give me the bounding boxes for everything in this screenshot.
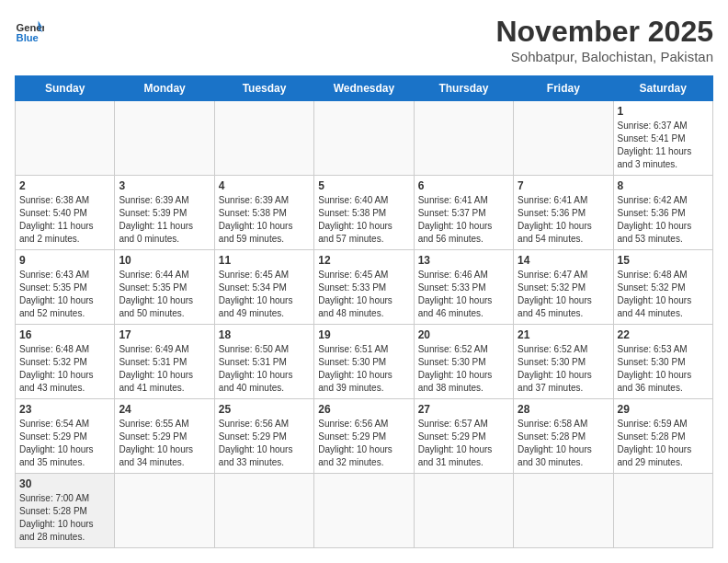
day-info: Sunrise: 7:00 AM Sunset: 5:28 PM Dayligh… xyxy=(19,492,110,544)
day-info: Sunrise: 6:44 AM Sunset: 5:35 PM Dayligh… xyxy=(119,269,210,320)
calendar-cell: 12Sunrise: 6:45 AM Sunset: 5:33 PM Dayli… xyxy=(314,250,414,325)
calendar-cell xyxy=(414,101,513,176)
calendar-cell: 5Sunrise: 6:40 AM Sunset: 5:38 PM Daylig… xyxy=(314,176,414,250)
day-info: Sunrise: 6:38 AM Sunset: 5:40 PM Dayligh… xyxy=(19,194,110,246)
day-info: Sunrise: 6:45 AM Sunset: 5:34 PM Dayligh… xyxy=(219,269,310,320)
calendar-cell: 1Sunrise: 6:37 AM Sunset: 5:41 PM Daylig… xyxy=(613,101,712,176)
calendar-cell xyxy=(514,101,613,176)
day-header-wednesday: Wednesday xyxy=(314,76,414,101)
calendar-cell: 2Sunrise: 6:38 AM Sunset: 5:40 PM Daylig… xyxy=(16,176,115,250)
location-subtitle: Sohbatpur, Balochistan, Pakistan xyxy=(495,49,713,64)
day-number: 8 xyxy=(618,179,709,192)
day-info: Sunrise: 6:39 AM Sunset: 5:38 PM Dayligh… xyxy=(219,194,310,246)
calendar-cell: 15Sunrise: 6:48 AM Sunset: 5:32 PM Dayli… xyxy=(613,250,712,325)
calendar-cell: 10Sunrise: 6:44 AM Sunset: 5:35 PM Dayli… xyxy=(115,250,214,325)
svg-text:General: General xyxy=(17,22,44,33)
day-info: Sunrise: 6:46 AM Sunset: 5:33 PM Dayligh… xyxy=(418,269,509,320)
calendar-cell: 6Sunrise: 6:41 AM Sunset: 5:37 PM Daylig… xyxy=(414,176,513,250)
day-number: 7 xyxy=(518,179,609,192)
calendar-cell: 24Sunrise: 6:55 AM Sunset: 5:29 PM Dayli… xyxy=(115,399,214,474)
day-info: Sunrise: 6:52 AM Sunset: 5:30 PM Dayligh… xyxy=(418,343,509,395)
logo: General Blue xyxy=(15,15,44,44)
calendar-cell: 13Sunrise: 6:46 AM Sunset: 5:33 PM Dayli… xyxy=(414,250,513,325)
calendar-cell: 4Sunrise: 6:39 AM Sunset: 5:38 PM Daylig… xyxy=(214,176,313,250)
day-number: 2 xyxy=(19,179,110,192)
day-number: 18 xyxy=(219,328,310,341)
calendar-cell: 20Sunrise: 6:52 AM Sunset: 5:30 PM Dayli… xyxy=(414,325,513,399)
calendar-cell: 18Sunrise: 6:50 AM Sunset: 5:31 PM Dayli… xyxy=(214,325,313,399)
day-header-friday: Friday xyxy=(514,76,613,101)
day-header-thursday: Thursday xyxy=(414,76,513,101)
calendar-cell xyxy=(314,474,414,548)
calendar-cell: 11Sunrise: 6:45 AM Sunset: 5:34 PM Dayli… xyxy=(214,250,313,325)
day-info: Sunrise: 6:40 AM Sunset: 5:38 PM Dayligh… xyxy=(318,194,409,246)
calendar-week-5: 23Sunrise: 6:54 AM Sunset: 5:29 PM Dayli… xyxy=(16,399,713,474)
day-info: Sunrise: 6:55 AM Sunset: 5:29 PM Dayligh… xyxy=(119,418,210,469)
day-info: Sunrise: 6:50 AM Sunset: 5:31 PM Dayligh… xyxy=(219,343,310,395)
day-info: Sunrise: 6:43 AM Sunset: 5:35 PM Dayligh… xyxy=(19,269,110,320)
calendar-table: SundayMondayTuesdayWednesdayThursdayFrid… xyxy=(15,75,713,548)
day-number: 9 xyxy=(19,254,110,267)
day-number: 23 xyxy=(19,403,110,416)
day-info: Sunrise: 6:57 AM Sunset: 5:29 PM Dayligh… xyxy=(418,418,509,469)
calendar-cell: 16Sunrise: 6:48 AM Sunset: 5:32 PM Dayli… xyxy=(16,325,115,399)
title-area: November 2025 Sohbatpur, Balochistan, Pa… xyxy=(495,15,713,64)
logo-icon: General Blue xyxy=(15,15,44,44)
calendar-cell: 8Sunrise: 6:42 AM Sunset: 5:36 PM Daylig… xyxy=(613,176,712,250)
day-info: Sunrise: 6:48 AM Sunset: 5:32 PM Dayligh… xyxy=(618,269,709,320)
day-info: Sunrise: 6:48 AM Sunset: 5:32 PM Dayligh… xyxy=(19,343,110,395)
day-info: Sunrise: 6:42 AM Sunset: 5:36 PM Dayligh… xyxy=(618,194,709,246)
day-info: Sunrise: 6:58 AM Sunset: 5:28 PM Dayligh… xyxy=(518,418,609,469)
calendar-cell xyxy=(214,101,313,176)
svg-text:Blue: Blue xyxy=(17,32,39,43)
calendar-cell xyxy=(613,474,712,548)
day-info: Sunrise: 6:45 AM Sunset: 5:33 PM Dayligh… xyxy=(318,269,409,320)
calendar-cell: 3Sunrise: 6:39 AM Sunset: 5:39 PM Daylig… xyxy=(115,176,214,250)
calendar-cell: 29Sunrise: 6:59 AM Sunset: 5:28 PM Dayli… xyxy=(613,399,712,474)
calendar-cell: 25Sunrise: 6:56 AM Sunset: 5:29 PM Dayli… xyxy=(214,399,313,474)
calendar-week-4: 16Sunrise: 6:48 AM Sunset: 5:32 PM Dayli… xyxy=(16,325,713,399)
day-number: 13 xyxy=(418,254,509,267)
month-title: November 2025 xyxy=(495,15,713,49)
day-number: 24 xyxy=(119,403,210,416)
day-number: 11 xyxy=(219,254,310,267)
calendar-cell xyxy=(514,474,613,548)
calendar-cell: 26Sunrise: 6:56 AM Sunset: 5:29 PM Dayli… xyxy=(314,399,414,474)
day-info: Sunrise: 6:59 AM Sunset: 5:28 PM Dayligh… xyxy=(618,418,709,469)
day-header-monday: Monday xyxy=(115,76,214,101)
day-number: 6 xyxy=(418,179,509,192)
day-header-saturday: Saturday xyxy=(613,76,712,101)
day-number: 10 xyxy=(119,254,210,267)
day-info: Sunrise: 6:39 AM Sunset: 5:39 PM Dayligh… xyxy=(119,194,210,246)
day-info: Sunrise: 6:37 AM Sunset: 5:41 PM Dayligh… xyxy=(618,120,709,171)
day-info: Sunrise: 6:56 AM Sunset: 5:29 PM Dayligh… xyxy=(318,418,409,469)
calendar-week-1: 1Sunrise: 6:37 AM Sunset: 5:41 PM Daylig… xyxy=(16,101,713,176)
day-number: 16 xyxy=(19,328,110,341)
day-number: 12 xyxy=(318,254,409,267)
calendar-cell: 14Sunrise: 6:47 AM Sunset: 5:32 PM Dayli… xyxy=(514,250,613,325)
calendar-cell: 28Sunrise: 6:58 AM Sunset: 5:28 PM Dayli… xyxy=(514,399,613,474)
day-number: 28 xyxy=(518,403,609,416)
day-info: Sunrise: 6:47 AM Sunset: 5:32 PM Dayligh… xyxy=(518,269,609,320)
day-number: 1 xyxy=(618,105,709,118)
calendar-week-2: 2Sunrise: 6:38 AM Sunset: 5:40 PM Daylig… xyxy=(16,176,713,250)
day-info: Sunrise: 6:54 AM Sunset: 5:29 PM Dayligh… xyxy=(19,418,110,469)
calendar-cell: 23Sunrise: 6:54 AM Sunset: 5:29 PM Dayli… xyxy=(16,399,115,474)
day-number: 30 xyxy=(19,477,110,490)
day-info: Sunrise: 6:41 AM Sunset: 5:36 PM Dayligh… xyxy=(518,194,609,246)
day-number: 21 xyxy=(518,328,609,341)
day-number: 15 xyxy=(618,254,709,267)
calendar-cell: 19Sunrise: 6:51 AM Sunset: 5:30 PM Dayli… xyxy=(314,325,414,399)
day-number: 5 xyxy=(318,179,409,192)
day-info: Sunrise: 6:51 AM Sunset: 5:30 PM Dayligh… xyxy=(318,343,409,395)
day-info: Sunrise: 6:41 AM Sunset: 5:37 PM Dayligh… xyxy=(418,194,509,246)
calendar-cell: 22Sunrise: 6:53 AM Sunset: 5:30 PM Dayli… xyxy=(613,325,712,399)
day-number: 14 xyxy=(518,254,609,267)
calendar-cell xyxy=(115,101,214,176)
day-header-tuesday: Tuesday xyxy=(214,76,313,101)
day-header-sunday: Sunday xyxy=(16,76,115,101)
calendar-week-3: 9Sunrise: 6:43 AM Sunset: 5:35 PM Daylig… xyxy=(16,250,713,325)
day-number: 20 xyxy=(418,328,509,341)
calendar-cell xyxy=(314,101,414,176)
day-info: Sunrise: 6:56 AM Sunset: 5:29 PM Dayligh… xyxy=(219,418,310,469)
